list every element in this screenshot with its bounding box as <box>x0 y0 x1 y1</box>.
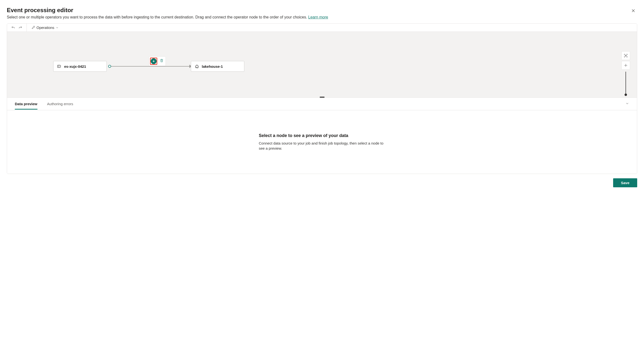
page-subtitle: Select one or multiple operators you wan… <box>7 15 328 19</box>
source-node-label: es-xujx-0421 <box>64 64 86 68</box>
svg-rect-2 <box>58 65 60 67</box>
editor-panel: Operations es-xujx-0421 lakehouse-1 <box>7 23 637 174</box>
footer: Save <box>7 178 637 187</box>
source-node[interactable]: es-xujx-0421 <box>53 61 107 72</box>
tab-authoring-errors[interactable]: Authoring errors <box>47 98 74 109</box>
fit-view-button[interactable] <box>622 51 630 60</box>
trash-icon <box>160 58 164 62</box>
bottom-tabs: Data preview Authoring errors <box>7 98 637 110</box>
add-operator-highlight <box>150 57 157 65</box>
preview-empty-body: Connect data source to your job and fini… <box>259 141 385 151</box>
header-text: Event processing editor Select one or mu… <box>7 7 328 19</box>
stream-icon <box>57 64 62 69</box>
undo-button[interactable] <box>10 24 16 31</box>
close-button[interactable] <box>630 7 637 14</box>
operations-dropdown[interactable]: Operations <box>29 24 60 31</box>
preview-empty-title: Select a node to see a preview of your d… <box>259 133 385 138</box>
preview-body: Select a node to see a preview of your d… <box>7 110 637 174</box>
header: Event processing editor Select one or mu… <box>7 7 637 19</box>
history-group <box>7 23 26 31</box>
undo-icon <box>11 26 15 30</box>
redo-button[interactable] <box>17 24 24 31</box>
fit-view-icon <box>624 53 628 58</box>
svg-rect-7 <box>625 55 626 56</box>
operations-label: Operations <box>36 25 54 30</box>
chevron-down-icon <box>625 101 629 105</box>
delete-edge-button[interactable] <box>159 57 164 63</box>
connection-edge[interactable] <box>111 66 191 66</box>
bottom-panel: Data preview Authoring errors Select a n… <box>7 97 637 174</box>
chevron-down-icon <box>56 26 58 29</box>
destination-node[interactable]: lakehouse-1 <box>191 61 244 72</box>
operations-group: Operations <box>27 23 63 31</box>
source-output-port[interactable] <box>108 65 111 68</box>
learn-more-link[interactable]: Learn more <box>308 15 328 19</box>
plus-icon <box>152 59 155 63</box>
preview-empty-state: Select a node to see a preview of your d… <box>259 133 385 151</box>
toolbar: Operations <box>7 23 637 32</box>
redo-icon <box>18 26 22 30</box>
edge-toolbar <box>149 56 166 66</box>
zoom-slider-thumb[interactable] <box>624 93 627 96</box>
close-icon <box>631 8 636 13</box>
save-button[interactable]: Save <box>613 178 637 187</box>
tab-data-preview[interactable]: Data preview <box>15 98 38 109</box>
canvas[interactable]: es-xujx-0421 lakehouse-1 <box>7 32 637 97</box>
wrench-icon <box>31 26 35 30</box>
destination-node-label: lakehouse-1 <box>202 64 223 68</box>
lakehouse-icon <box>194 64 199 69</box>
resize-grip[interactable] <box>320 97 324 98</box>
plus-thin-icon <box>624 63 628 67</box>
page-title: Event processing editor <box>7 7 328 13</box>
subtitle-text: Select one or multiple operators you wan… <box>7 15 308 19</box>
add-operator-button[interactable] <box>151 58 156 64</box>
collapse-panel-button[interactable] <box>625 101 629 106</box>
zoom-controls <box>622 51 630 96</box>
zoom-in-button[interactable] <box>622 61 630 70</box>
zoom-slider-track[interactable] <box>626 72 626 96</box>
